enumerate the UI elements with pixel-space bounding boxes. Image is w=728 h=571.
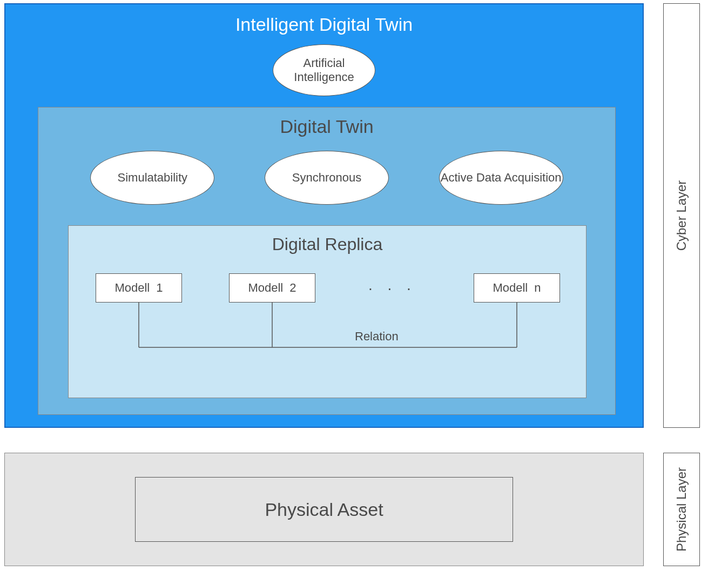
cyber-layer-label: Cyber Layer [663, 3, 700, 428]
model-box-1: Modell 1 [96, 273, 182, 303]
model-box-n: Modell n [474, 273, 560, 303]
dt-prop-acquisition: Active Data Acquisition [439, 151, 563, 205]
dt-prop-simulatability: Simulatability [90, 151, 214, 205]
digital-replica-box: Digital Replica Modell 1 Modell 2 Modell… [68, 225, 587, 398]
relation-label: Relation [355, 330, 399, 344]
physical-layer-box: Physical Asset [4, 453, 644, 566]
ai-ellipse: Artificial Intelligence [273, 44, 375, 96]
digital-twin-box: Digital Twin Simulatability Synchronous … [38, 107, 616, 415]
dt-prop-synchronous: Synchronous [265, 151, 389, 205]
intelligent-digital-twin-box: Intelligent Digital Twin Artificial Inte… [4, 3, 644, 428]
physical-layer-label: Physical Layer [663, 453, 700, 566]
model-box-2: Modell 2 [229, 273, 315, 303]
physical-asset-box: Physical Asset [135, 477, 513, 542]
dots-icon: . . . [368, 277, 416, 294]
idt-title: Intelligent Digital Twin [5, 4, 643, 42]
dr-title: Digital Replica [69, 226, 586, 262]
models-row: Modell 1 Modell 2 Modell n [69, 273, 586, 306]
dt-title: Digital Twin [38, 108, 615, 143]
